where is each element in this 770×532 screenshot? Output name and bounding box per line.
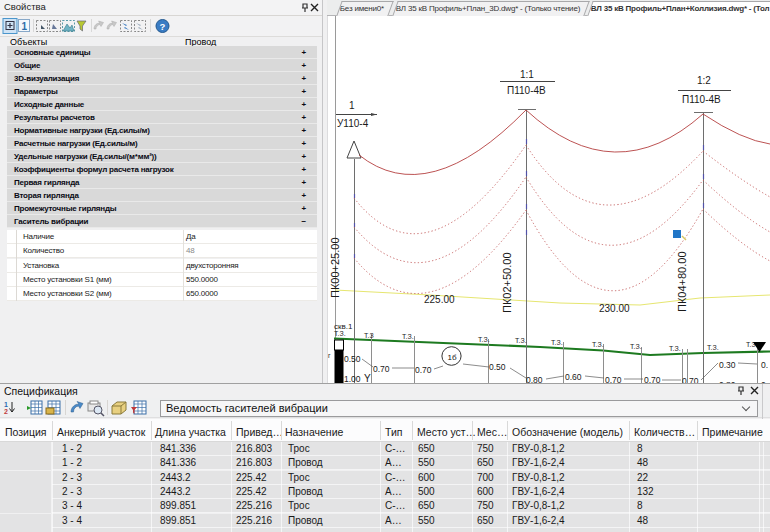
svg-text:Т.З.: Т.З. [669,345,681,352]
svg-text:0.70: 0.70 [373,364,390,374]
svg-text:скв.1: скв.1 [334,322,353,331]
svg-text:0.30: 0.30 [719,360,736,370]
svg-text:1б: 1б [448,353,457,362]
svg-text:1:1: 1:1 [520,69,534,80]
svg-text:225.00: 225.00 [424,294,455,305]
svg-text:2: 2 [4,408,8,415]
svg-text:Т.З.: Т.З. [478,336,490,343]
svg-text:Т.З.: Т.З. [551,339,563,346]
svg-text:П110-4В: П110-4В [682,94,721,105]
svg-text:?: ? [160,21,166,32]
svg-text:0.50: 0.50 [344,354,361,364]
svg-text:1: 1 [4,401,8,408]
svg-text:0.60: 0.60 [565,372,582,382]
svg-text:230.00: 230.00 [599,303,630,314]
svg-text:г: г [328,352,331,359]
svg-text:1: 1 [22,21,28,32]
svg-text:Т.З.: Т.З. [630,343,642,350]
svg-text:Т.З.: Т.З. [402,333,414,340]
svg-text:Y: Y [364,373,371,383]
svg-text:П110-4В: П110-4В [507,85,546,96]
svg-text:Т.З.: Т.З. [592,341,604,348]
svg-text:0.70: 0.70 [605,375,622,383]
svg-text:1: 1 [349,100,355,111]
svg-text:ПК00+25.00: ПК00+25.00 [329,238,341,299]
svg-text:0.50: 0.50 [489,362,506,372]
svg-text:0.70: 0.70 [682,376,699,383]
svg-text:Т.З: Т.З [364,332,374,339]
svg-text:0.: 0. [761,360,768,370]
svg-text:0.80: 0.80 [526,375,543,383]
svg-text:ПК04+80.00: ПК04+80.00 [676,252,688,313]
svg-text:Т.З.: Т.З. [334,330,346,337]
svg-text:Т.З.: Т.З. [707,344,719,351]
svg-text:У110-4: У110-4 [337,118,369,129]
svg-text:1.00: 1.00 [344,374,361,383]
svg-text:ПК02+50.00: ПК02+50.00 [501,253,513,314]
svg-text:Т.З.: Т.З. [515,337,527,344]
svg-text:0.70: 0.70 [415,365,432,375]
svg-text:0.70: 0.70 [644,375,661,383]
svg-text:1:2: 1:2 [697,75,711,86]
